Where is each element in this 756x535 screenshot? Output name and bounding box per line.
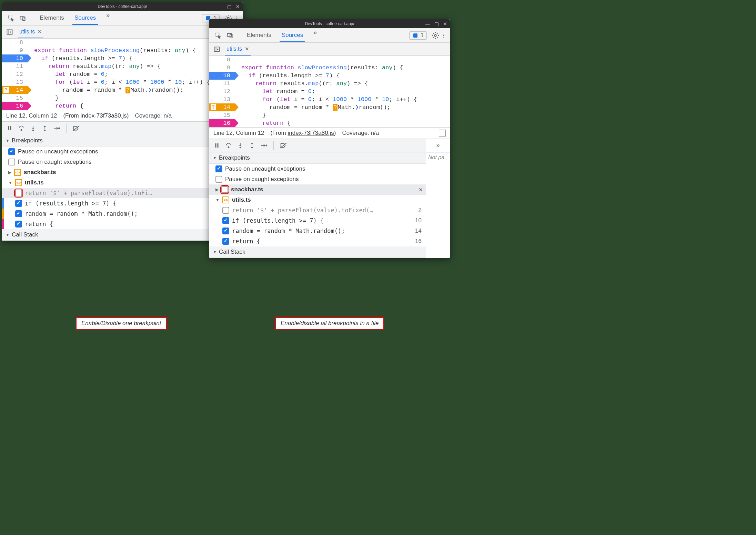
breakpoint-checkbox[interactable] (15, 221, 22, 228)
titlebar[interactable]: DevTools - coffee-cart.app/ — ▢ ✕ (209, 19, 450, 28)
titlebar[interactable]: DevTools - coffee-cart.app/ — ▢ ✕ (2, 2, 243, 11)
code-line[interactable]: 10 if (results.length >= 7) { (2, 54, 243, 62)
code-editor[interactable]: 89export function slowProcessing(results… (209, 56, 450, 127)
code-line[interactable]: 13 for (let i = 0; i < 1000 * 1000 * 10;… (209, 95, 450, 103)
breakpoint-checkbox[interactable] (222, 238, 229, 245)
issues-badge[interactable]: 1 (409, 31, 427, 40)
step-icon[interactable] (52, 124, 61, 132)
step-over-icon[interactable] (224, 141, 233, 150)
breakpoint-checkbox[interactable] (15, 200, 22, 207)
file-group-checkbox[interactable] (221, 186, 228, 193)
settings-gear-icon[interactable] (431, 31, 440, 40)
code-line[interactable]: 8 (209, 56, 450, 64)
tab-sources[interactable]: Sources (280, 29, 305, 42)
code-line[interactable]: 14? random = random * ?Math.❯random(); (2, 86, 243, 94)
code-line[interactable]: 9export function slowProcessing(results:… (2, 47, 243, 54)
code-line[interactable]: 14? random = random * ?Math.❯random(); (209, 103, 450, 111)
breakpoint-checkbox[interactable] (15, 210, 22, 217)
pause-caught-row[interactable]: Pause on caught exceptions (209, 174, 426, 184)
breakpoint-row[interactable]: random = random * Math.random();14 (2, 209, 243, 219)
breakpoint-checkbox[interactable] (222, 228, 229, 234)
code-line[interactable]: 8 (2, 39, 243, 47)
step-icon[interactable] (260, 141, 268, 150)
file-group-utils[interactable]: ▼ <> utils.ts (209, 195, 426, 205)
checkbox[interactable] (215, 165, 222, 172)
close-tab-icon[interactable]: ✕ (245, 46, 249, 52)
code-line[interactable]: 15 } (2, 94, 243, 102)
code-line[interactable]: 15 } (209, 111, 450, 119)
breakpoint-row[interactable]: return '$' + parseFloat(value).toFixed(…… (209, 205, 426, 215)
code-editor[interactable]: 89export function slowProcessing(results… (2, 39, 243, 110)
step-into-icon[interactable] (29, 124, 37, 132)
more-tabs-icon[interactable]: » (104, 12, 112, 25)
code-line[interactable]: 11 return results.map((r: any) => { (2, 62, 243, 70)
code-line[interactable]: 9export function slowProcessing(results:… (209, 64, 450, 72)
file-tab-utils[interactable]: utils.ts ✕ (18, 26, 43, 38)
checkbox[interactable] (215, 176, 222, 183)
show-navigator-icon[interactable] (6, 28, 14, 36)
pause-uncaught-row[interactable]: Pause on uncaught exceptions (2, 147, 243, 157)
breakpoint-checkbox[interactable] (15, 190, 22, 196)
code-line[interactable]: 12 let random = 0; (209, 88, 450, 95)
minimize-icon[interactable]: — (218, 4, 223, 9)
more-panes-icon[interactable]: » (434, 142, 442, 149)
remove-file-breakpoints-icon[interactable]: ✕ (419, 186, 423, 193)
checkbox[interactable] (8, 148, 15, 155)
callstack-section-header[interactable]: ▼ Call Stack (209, 246, 426, 258)
file-tab-utils[interactable]: utils.ts ✕ (225, 43, 251, 55)
more-tabs-icon[interactable]: » (311, 29, 319, 42)
breakpoint-row[interactable]: random = random * Math.random();14 (209, 226, 426, 236)
breakpoint-row[interactable]: return '$' + parseFloat(value).toFi…✎✕2 (2, 188, 243, 198)
close-icon[interactable]: ✕ (236, 4, 240, 9)
step-into-icon[interactable] (236, 141, 244, 150)
breakpoints-section-header[interactable]: ▼ Breakpoints (2, 135, 243, 147)
code-line[interactable]: 12 let random = 0; (2, 70, 243, 78)
callstack-section-header[interactable]: ▼ Call Stack (2, 229, 243, 241)
deactivate-breakpoints-icon[interactable] (72, 124, 80, 132)
code-line[interactable]: 11 return results.map((r: any) => { (209, 80, 450, 88)
show-navigator-icon[interactable] (213, 45, 221, 53)
deactivate-breakpoints-icon[interactable] (279, 141, 288, 150)
pause-uncaught-row[interactable]: Pause on uncaught exceptions (209, 164, 426, 174)
source-map-info[interactable]: (From index-73f73a80.js) (270, 130, 336, 137)
device-toolbar-icon[interactable] (19, 14, 27, 22)
breakpoint-row[interactable]: return {16 (2, 219, 243, 229)
breakpoints-section-header[interactable]: ▼ Breakpoints (209, 152, 426, 164)
pause-icon[interactable] (6, 124, 14, 132)
file-group-snackbar[interactable]: ▶ snackbar.ts ✕ (209, 184, 426, 195)
breakpoint-row[interactable]: return {16 (209, 236, 426, 246)
breakpoint-row[interactable]: if (results.length >= 7) {10 (209, 215, 426, 226)
expand-icon: ▶ (8, 170, 11, 175)
checkbox[interactable] (8, 159, 15, 165)
file-group-snackbar[interactable]: ▶ <> snackbar.ts (2, 167, 243, 178)
maximize-icon[interactable]: ▢ (227, 4, 232, 9)
breakpoint-checkbox[interactable] (222, 217, 229, 224)
devtools-window-2: DevTools - coffee-cart.app/ — ▢ ✕ Elemen… (209, 19, 450, 258)
breakpoint-checkbox[interactable] (222, 207, 229, 214)
step-over-icon[interactable] (17, 124, 26, 132)
code-line[interactable]: 16 return { (2, 102, 243, 110)
close-icon[interactable]: ✕ (443, 21, 447, 27)
inspect-icon[interactable] (214, 31, 222, 40)
close-tab-icon[interactable]: ✕ (38, 29, 42, 35)
inspect-icon[interactable] (7, 14, 15, 22)
pause-icon[interactable] (213, 141, 221, 150)
source-map-info[interactable]: (From index-73f73a80.js) (63, 112, 129, 119)
kebab-menu-icon[interactable]: ⋮ (440, 31, 448, 40)
pause-caught-row[interactable]: Pause on caught exceptions (2, 157, 243, 167)
code-line[interactable]: 13 for (let i = 0; i < 1000 * 1000 * 10;… (2, 78, 243, 86)
file-group-utils[interactable]: ▼ <> utils.ts (2, 178, 243, 188)
step-out-icon[interactable] (248, 141, 256, 150)
breakpoint-line-number: 16 (415, 238, 423, 245)
minimize-icon[interactable]: — (425, 21, 430, 27)
tab-sources[interactable]: Sources (72, 12, 98, 25)
breakpoint-row[interactable]: if (results.length >= 7) {10 (2, 198, 243, 209)
step-out-icon[interactable] (41, 124, 49, 132)
bottom-drawer-icon[interactable] (439, 130, 446, 137)
code-line[interactable]: 16 return { (209, 119, 450, 127)
code-line[interactable]: 10 if (results.length >= 7) { (209, 72, 450, 80)
tab-elements[interactable]: Elements (245, 29, 273, 42)
maximize-icon[interactable]: ▢ (434, 21, 439, 27)
tab-elements[interactable]: Elements (38, 12, 66, 25)
device-toolbar-icon[interactable] (226, 31, 234, 40)
